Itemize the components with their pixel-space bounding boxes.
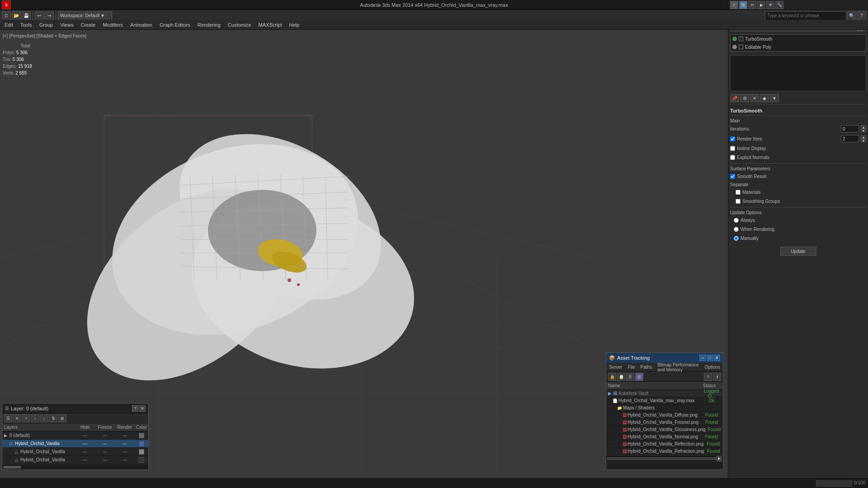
layer-panel-header[interactable]: ☰ Layer: 0 (default) ? ✕ — [2, 404, 148, 413]
asset-help-btn[interactable]: ? — [704, 373, 712, 381]
menu-group[interactable]: Group — [36, 20, 57, 30]
collapse-all-btn[interactable]: ▼ — [770, 94, 779, 102]
smooth-result-checkbox[interactable] — [730, 174, 735, 179]
layer-icon5[interactable]: ↓ — [40, 414, 48, 422]
layer-freeze-sub2[interactable]: — — [95, 458, 115, 462]
modifier-editable-poly[interactable]: Editable Poly — [731, 43, 866, 51]
layer-help-btn[interactable]: ? — [132, 405, 138, 412]
menu-customize[interactable]: Customize — [224, 20, 255, 30]
when-rendering-radio[interactable] — [734, 227, 739, 232]
open-btn[interactable]: 📂 — [12, 11, 21, 20]
menu-maxscript[interactable]: MAXScript — [255, 20, 286, 30]
turbosmooth-checkbox[interactable] — [739, 37, 743, 41]
undo-btn[interactable]: ↩ — [35, 11, 44, 20]
asset-menu-file[interactable]: File — [625, 365, 637, 370]
explicit-normals-checkbox[interactable] — [730, 155, 735, 160]
render-iters-spinner[interactable]: ▲ ▼ — [861, 135, 866, 142]
modify-tab-icon[interactable]: ⚙ — [739, 1, 747, 9]
asset-close-btn[interactable]: ✕ — [714, 355, 720, 361]
layer-row-hybrid[interactable]: □ Hybrid_Orchid_Vanilla — — — — [2, 440, 148, 448]
layer-row-sub2[interactable]: △ Hybrid_Orchid_Vanilla — — — — [2, 456, 148, 464]
render-iters-value[interactable]: 2 — [841, 135, 859, 142]
help-icon[interactable]: ? — [857, 11, 866, 20]
asset-panel-header[interactable]: 📦 Asset Tracking ─ □ ✕ — [606, 353, 723, 363]
asset-menu-options[interactable]: Options — [702, 365, 723, 370]
menu-tools[interactable]: Tools — [17, 20, 36, 30]
layer-render-hybrid[interactable]: — — [115, 441, 135, 446]
asset-maxfile-row[interactable]: 📄 Hybrid_Orchid_Vanilla_max_vray.max Ok — [606, 397, 723, 404]
create-tab-icon[interactable]: + — [730, 1, 738, 9]
time-slider[interactable] — [816, 480, 852, 487]
search-box[interactable] — [765, 11, 846, 20]
iterations-up[interactable]: ▲ — [861, 125, 866, 129]
layer-color-hybrid[interactable] — [135, 441, 148, 446]
layer-render-sub2[interactable]: — — [115, 458, 135, 462]
layer-row-sub1[interactable]: △ Hybrid_Orchid_Vanilla — — — — [2, 448, 148, 456]
asset-btn1[interactable]: 🔒 — [608, 373, 616, 381]
iterations-down[interactable]: ▼ — [861, 129, 866, 132]
configure-btn[interactable]: ⚙ — [740, 94, 749, 102]
utilities-tab-icon[interactable]: 🔧 — [775, 1, 783, 9]
motion-tab-icon[interactable]: ▶ — [757, 1, 765, 9]
iterations-value[interactable]: 0 — [841, 125, 859, 132]
layer-freeze-default[interactable]: — — [95, 433, 115, 438]
save-btn[interactable]: 💾 — [22, 11, 31, 20]
remove-modifier-btn[interactable]: ✕ — [750, 94, 759, 102]
layer-hide-sub2[interactable]: — — [75, 458, 95, 462]
asset-btn4[interactable]: ⊞ — [635, 373, 643, 381]
layer-render-sub1[interactable]: — — [115, 450, 135, 454]
layer-scrollbar[interactable] — [2, 464, 148, 469]
menu-views[interactable]: Views — [57, 20, 77, 30]
layer-hide-sub1[interactable]: — — [75, 450, 95, 454]
display-tab-icon[interactable]: 👁 — [766, 1, 774, 9]
asset-diffuse-row[interactable]: 🖼 Hybrid_Orchid_Vanilla_Diffuse.png Foun… — [606, 412, 723, 419]
asset-maximize-btn[interactable]: □ — [707, 355, 713, 361]
menu-graph-editors[interactable]: Graph Editors — [156, 20, 194, 30]
asset-maps-row[interactable]: 📁 Maps / Shaders — [606, 404, 723, 412]
render-iters-up[interactable]: ▲ — [861, 135, 866, 139]
layer-color-default[interactable] — [135, 433, 148, 438]
search-icon[interactable]: 🔍 — [847, 11, 856, 20]
search-input[interactable] — [767, 13, 844, 18]
asset-vault-row[interactable]: ▶ 🏛 Autodesk Vault Logged O... — [606, 390, 723, 397]
pin-stack-btn[interactable]: 📌 — [730, 94, 739, 102]
asset-info-btn[interactable]: ℹ — [713, 373, 721, 381]
menu-create[interactable]: Create — [77, 20, 99, 30]
layer-color-sub2[interactable] — [135, 457, 148, 463]
materials-checkbox[interactable] — [736, 190, 741, 195]
iterations-spinner[interactable]: ▲ ▼ — [861, 125, 866, 132]
asset-hscroll[interactable] — [607, 457, 717, 460]
hierarchy-tab-icon[interactable]: H — [748, 1, 756, 9]
render-iters-down[interactable]: ▼ — [861, 139, 866, 142]
layer-icon4[interactable]: ↑ — [31, 414, 39, 422]
isoline-checkbox[interactable] — [730, 146, 735, 151]
layer-hide-hybrid[interactable]: — — [75, 441, 95, 446]
layer-icon7[interactable]: ⊞ — [58, 414, 66, 422]
layer-color-sub1[interactable] — [135, 449, 148, 455]
layer-icon1[interactable]: ☰ — [4, 414, 12, 422]
layer-icon6[interactable]: ⇅ — [49, 414, 57, 422]
layer-freeze-sub1[interactable]: — — [95, 450, 115, 454]
layer-row-default[interactable]: ▶ 0 (default) — — — — [2, 432, 148, 440]
asset-btn3[interactable]: ☰ — [626, 373, 634, 381]
layer-icon2[interactable]: ✕ — [13, 414, 21, 422]
new-btn[interactable]: 🗋 — [2, 11, 11, 20]
app-icon[interactable]: 3 — [2, 0, 11, 9]
smoothing-groups-checkbox[interactable] — [736, 199, 741, 204]
asset-menu-server[interactable]: Server — [606, 365, 625, 370]
layer-render-default[interactable]: — — [115, 433, 135, 438]
asset-glossiness-row[interactable]: 🖼 Hybrid_Orchid_Vanilla_Glossiness.png F… — [606, 426, 723, 433]
menu-help[interactable]: Help — [286, 20, 303, 30]
menu-rendering[interactable]: Rendering — [194, 20, 224, 30]
always-radio[interactable] — [734, 218, 739, 223]
asset-refraction-row[interactable]: 🖼 Hybrid_Orchid_Vanilla_Refraction.png F… — [606, 448, 723, 455]
asset-scrollbar-area[interactable]: ▶ — [606, 455, 723, 461]
asset-btn2[interactable]: 📋 — [617, 373, 625, 381]
layer-close-btn[interactable]: ✕ — [139, 405, 146, 412]
asset-menu-bitmap[interactable]: Bitmap Performance and Memory — [655, 362, 702, 372]
workspace-dropdown[interactable]: Workspace: Default ▼ — [58, 11, 112, 20]
layer-freeze-hybrid[interactable]: — — [95, 441, 115, 446]
menu-modifiers[interactable]: Modifiers — [99, 20, 127, 30]
asset-hscroll-right[interactable]: ▶ — [717, 456, 722, 461]
render-iters-checkbox[interactable] — [730, 136, 735, 141]
